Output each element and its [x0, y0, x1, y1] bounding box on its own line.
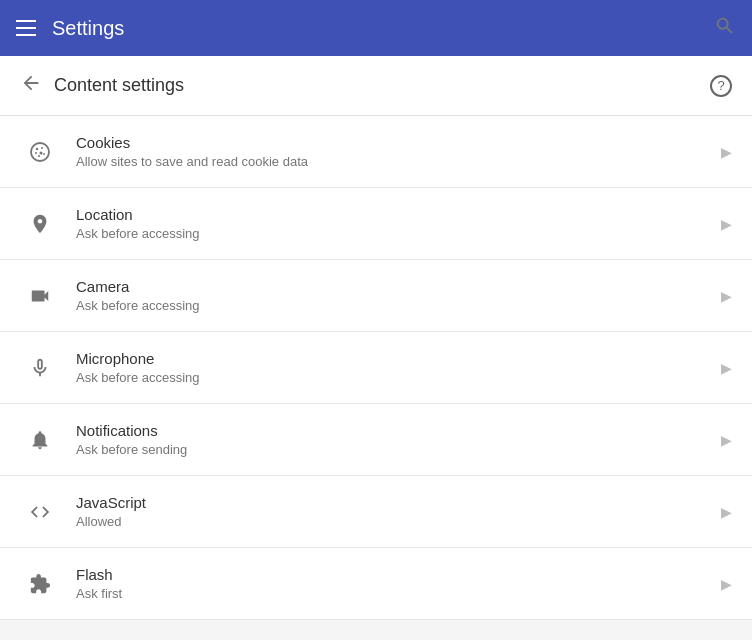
notifications-text: Notifications Ask before sending — [76, 422, 711, 457]
settings-item-notifications[interactable]: Notifications Ask before sending ▶ — [0, 404, 752, 476]
app-header: Settings — [0, 0, 752, 56]
puzzle-icon — [20, 573, 60, 595]
settings-item-javascript[interactable]: JavaScript Allowed ▶ — [0, 476, 752, 548]
camera-title: Camera — [76, 278, 711, 295]
flash-title: Flash — [76, 566, 711, 583]
microphone-text: Microphone Ask before accessing — [76, 350, 711, 385]
location-arrow: ▶ — [721, 216, 732, 232]
flash-text: Flash Ask first — [76, 566, 711, 601]
svg-point-5 — [43, 153, 45, 155]
svg-point-3 — [35, 152, 37, 154]
settings-item-microphone[interactable]: Microphone Ask before accessing ▶ — [0, 332, 752, 404]
svg-point-6 — [38, 155, 40, 157]
settings-item-cookies[interactable]: Cookies Allow sites to save and read coo… — [0, 116, 752, 188]
camera-text: Camera Ask before accessing — [76, 278, 711, 313]
back-button[interactable] — [20, 72, 42, 99]
help-icon[interactable]: ? — [710, 75, 732, 97]
bell-icon — [20, 429, 60, 451]
app-title: Settings — [52, 17, 124, 40]
microphone-title: Microphone — [76, 350, 711, 367]
sub-header-title: Content settings — [54, 75, 184, 96]
javascript-title: JavaScript — [76, 494, 711, 511]
svg-point-1 — [36, 147, 38, 149]
cookies-title: Cookies — [76, 134, 711, 151]
cookies-subtitle: Allow sites to save and read cookie data — [76, 154, 711, 169]
cookies-text: Cookies Allow sites to save and read coo… — [76, 134, 711, 169]
flash-subtitle: Ask first — [76, 586, 711, 601]
javascript-arrow: ▶ — [721, 504, 732, 520]
header-left: Settings — [16, 17, 124, 40]
code-icon — [20, 501, 60, 523]
javascript-text: JavaScript Allowed — [76, 494, 711, 529]
sub-header: Content settings ? — [0, 56, 752, 116]
content-area: Content settings ? Cookies Allow sites — [0, 56, 752, 620]
svg-point-4 — [40, 151, 43, 154]
svg-point-2 — [41, 147, 43, 149]
settings-item-camera[interactable]: Camera Ask before accessing ▶ — [0, 260, 752, 332]
location-icon — [20, 213, 60, 235]
flash-arrow: ▶ — [721, 576, 732, 592]
javascript-subtitle: Allowed — [76, 514, 711, 529]
settings-item-flash[interactable]: Flash Ask first ▶ — [0, 548, 752, 620]
settings-list: Cookies Allow sites to save and read coo… — [0, 116, 752, 620]
microphone-arrow: ▶ — [721, 360, 732, 376]
notifications-title: Notifications — [76, 422, 711, 439]
microphone-icon — [20, 357, 60, 379]
camera-arrow: ▶ — [721, 288, 732, 304]
location-text: Location Ask before accessing — [76, 206, 711, 241]
location-title: Location — [76, 206, 711, 223]
cookies-arrow: ▶ — [721, 144, 732, 160]
sub-header-left: Content settings — [20, 72, 184, 99]
settings-item-location[interactable]: Location Ask before accessing ▶ — [0, 188, 752, 260]
search-icon[interactable] — [714, 15, 736, 42]
camera-subtitle: Ask before accessing — [76, 298, 711, 313]
hamburger-menu-icon[interactable] — [16, 20, 36, 36]
camera-icon — [20, 285, 60, 307]
cookie-icon — [20, 140, 60, 164]
location-subtitle: Ask before accessing — [76, 226, 711, 241]
notifications-arrow: ▶ — [721, 432, 732, 448]
notifications-subtitle: Ask before sending — [76, 442, 711, 457]
microphone-subtitle: Ask before accessing — [76, 370, 711, 385]
